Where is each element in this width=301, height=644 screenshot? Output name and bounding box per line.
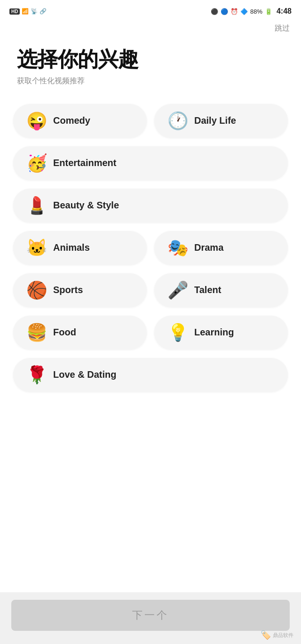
interest-chip-drama[interactable]: 🎭 Drama xyxy=(154,231,288,265)
food-icon: 🍔 xyxy=(26,324,48,341)
talent-label: Talent xyxy=(194,285,221,295)
learning-label: Learning xyxy=(194,327,234,338)
battery-icon: 🔋 xyxy=(265,8,272,15)
status-bar: HD 📶 📡 🔗 ⚫ 🔵 ⏰ 🔷 88% 🔋 4:48 xyxy=(0,0,301,21)
interests-container: 😜 Comedy 🕐 Daily Life 🥳 Entertainment 💄 … xyxy=(0,91,301,458)
time: 4:48 xyxy=(277,7,292,16)
watermark: 🏷️ 鼎品软件 xyxy=(261,630,293,640)
interest-chip-food[interactable]: 🍔 Food xyxy=(13,316,147,350)
entertainment-label: Entertainment xyxy=(53,158,116,168)
link-icon: 🔗 xyxy=(40,8,47,15)
interest-row-5: 🏀 Sports 🎤 Talent xyxy=(13,273,288,307)
nfc-icon: 🔵 xyxy=(221,8,228,15)
page-title: 选择你的兴趣 xyxy=(17,48,284,72)
bluetooth-icon: 🔷 xyxy=(240,8,248,15)
animals-icon: 🐱 xyxy=(26,239,48,256)
interest-chip-beauty-style[interactable]: 💄 Beauty & Style xyxy=(13,189,288,223)
watermark-icon: 🏷️ xyxy=(261,630,271,640)
daily-life-icon: 🕐 xyxy=(167,112,189,129)
interest-chip-entertainment[interactable]: 🥳 Entertainment xyxy=(13,146,288,180)
sports-label: Sports xyxy=(53,285,83,295)
status-right: ⚫ 🔵 ⏰ 🔷 88% 🔋 4:48 xyxy=(211,7,292,16)
interest-chip-comedy[interactable]: 😜 Comedy xyxy=(13,104,147,138)
comedy-icon: 😜 xyxy=(26,112,48,129)
battery-percent: 88% xyxy=(250,8,262,15)
comedy-label: Comedy xyxy=(53,115,90,126)
entertainment-icon: 🥳 xyxy=(26,155,48,172)
drama-icon: 🎭 xyxy=(167,239,189,256)
hd-badge: HD xyxy=(9,8,20,15)
interest-row-6: 🍔 Food 💡 Learning xyxy=(13,316,288,350)
love-dating-icon: 🌹 xyxy=(26,366,48,383)
interest-chip-talent[interactable]: 🎤 Talent xyxy=(154,273,288,307)
skip-label: 跳过 xyxy=(275,24,290,32)
signal-icon: 📶 xyxy=(22,8,29,15)
talent-icon: 🎤 xyxy=(167,282,189,299)
interest-chip-love-dating[interactable]: 🌹 Love & Dating xyxy=(13,358,288,392)
interest-row-1: 😜 Comedy 🕐 Daily Life xyxy=(13,104,288,138)
interest-chip-learning[interactable]: 💡 Learning xyxy=(154,316,288,350)
interest-row-4: 🐱 Animals 🎭 Drama xyxy=(13,231,288,265)
dot-indicator: ⚫ xyxy=(211,8,218,15)
alarm-icon: ⏰ xyxy=(230,8,238,15)
learning-icon: 💡 xyxy=(167,324,189,341)
watermark-label: 鼎品软件 xyxy=(273,632,293,639)
page-subtitle: 获取个性化视频推荐 xyxy=(17,76,284,86)
interest-chip-animals[interactable]: 🐱 Animals xyxy=(13,231,147,265)
sports-icon: 🏀 xyxy=(26,282,48,299)
daily-life-label: Daily Life xyxy=(194,115,236,126)
wifi-icon: 📡 xyxy=(31,8,38,15)
bottom-bar: 下一个 xyxy=(0,592,301,644)
drama-label: Drama xyxy=(194,242,223,253)
interest-chip-daily-life[interactable]: 🕐 Daily Life xyxy=(154,104,288,138)
interest-chip-sports[interactable]: 🏀 Sports xyxy=(13,273,147,307)
animals-label: Animals xyxy=(53,242,90,253)
interest-row-3: 💄 Beauty & Style xyxy=(13,189,288,223)
skip-button[interactable]: 跳过 xyxy=(0,21,301,38)
beauty-style-icon: 💄 xyxy=(26,197,48,214)
page-header: 选择你的兴趣 获取个性化视频推荐 xyxy=(0,38,301,91)
interest-row-7: 🌹 Love & Dating xyxy=(13,358,288,392)
next-button[interactable]: 下一个 xyxy=(11,600,290,631)
love-dating-label: Love & Dating xyxy=(53,369,116,380)
interest-row-2: 🥳 Entertainment xyxy=(13,146,288,180)
food-label: Food xyxy=(53,327,76,338)
beauty-style-label: Beauty & Style xyxy=(53,200,119,211)
status-left: HD 📶 📡 🔗 xyxy=(9,8,47,15)
